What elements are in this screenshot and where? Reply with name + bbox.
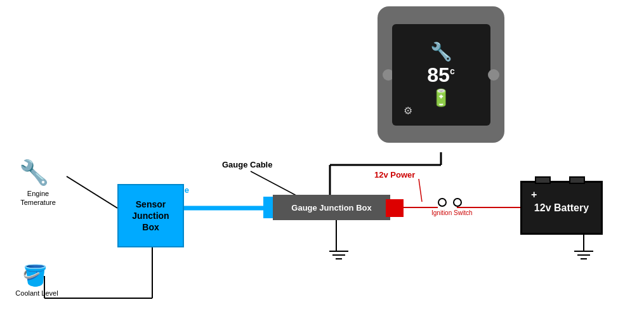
sensor-junction-label: SensorJunctionBox (132, 199, 169, 233)
temperature-value: 85 (427, 63, 450, 87)
engine-warning-icon-screen: 🔧 (430, 41, 452, 62)
coolant-label: Coolant Level (11, 289, 62, 298)
svg-line-4 (67, 176, 117, 208)
temperature-unit: c (450, 66, 455, 76)
12v-power-label: 12v Power (374, 170, 415, 180)
coolant-icon: 🪣 (22, 263, 48, 287)
red-power-connector (386, 199, 404, 217)
switch-contact-right (453, 198, 462, 207)
gauge-cable-label: Gauge Cable (222, 160, 272, 169)
gauge-right-button[interactable] (488, 69, 499, 81)
battery-12v: + 12v Battery (520, 181, 603, 235)
engine-icon: 🔧 (19, 159, 49, 187)
svg-line-14 (419, 179, 422, 202)
gauge-display-unit: 🔧 85 c 🔋 ⚙ (378, 6, 504, 143)
gauge-junction-label: Gauge Junction Box (291, 203, 371, 213)
ground-symbol-battery (574, 251, 593, 259)
ignition-switch: Ignition Switch (438, 198, 462, 207)
temperature-display: 85 c (427, 63, 454, 87)
battery-terminal-negative (569, 176, 585, 184)
engine-label: Engine Temerature (13, 189, 63, 207)
gauge-screen: 🔧 85 c 🔋 ⚙ (392, 24, 490, 126)
battery-plus-symbol: + (531, 189, 537, 200)
battery-label: 12v Battery (534, 202, 589, 214)
switch-contact-left (438, 198, 447, 207)
battery-terminal-positive (535, 176, 551, 184)
gear-icon: ⚙ (404, 105, 412, 117)
gauge-junction-box: Gauge Junction Box (273, 195, 390, 220)
battery-icon-screen: 🔋 (431, 88, 451, 108)
wiring-diagram: Gauge Cable Sensor Cable 12v Power 🔧 Eng… (0, 152, 644, 328)
sensor-junction-box: SensorJunctionBox (117, 184, 184, 247)
ground-symbol-gauge (329, 251, 348, 259)
ignition-switch-label: Ignition Switch (431, 209, 472, 216)
